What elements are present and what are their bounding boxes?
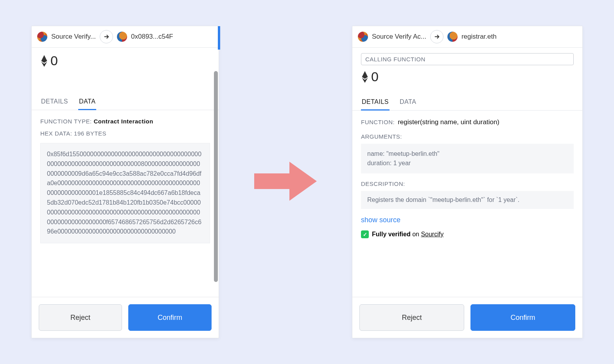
panel-footer: Reject Confirm (352, 297, 582, 338)
arrow-right-icon (100, 30, 113, 43)
scrollbar[interactable] (214, 71, 218, 282)
tab-details[interactable]: DETAILS (361, 95, 390, 111)
calling-function-chip: CALLING FUNCTION (361, 53, 574, 65)
confirm-button[interactable]: Confirm (470, 304, 575, 331)
transaction-panel-right: Source Verify Ac... registrar.eth CALLIN… (352, 26, 583, 338)
description-box: Registers the domain `"meetup-berlin.eth… (361, 191, 574, 209)
verified-strong: Fully verified (372, 231, 411, 237)
details-tab-content: FUNCTION: register(string name, uint dur… (352, 111, 582, 297)
arguments-label: ARGUMENTS: (361, 133, 574, 140)
arrow-right-icon (430, 30, 443, 43)
confirm-button[interactable]: Confirm (128, 304, 212, 331)
function-row: FUNCTION: register(string name, uint dur… (361, 118, 574, 126)
eth-value: 0 (371, 69, 379, 84)
function-type-value: Contract Interaction (93, 118, 153, 125)
target-avatar-icon (117, 32, 127, 42)
reject-button[interactable]: Reject (359, 304, 464, 331)
panel-footer: Reject Confirm (32, 297, 219, 338)
function-type-row: FUNCTION TYPE: Contract Interaction (40, 118, 210, 125)
eth-amount-row: 0 (32, 48, 219, 71)
verified-mid: on (411, 231, 421, 237)
panel-header: Source Verify Ac... registrar.eth (352, 26, 582, 48)
source-avatar-icon (37, 32, 47, 42)
target-label: registrar.eth (461, 33, 497, 41)
ethereum-icon (40, 55, 48, 67)
function-type-label: FUNCTION TYPE: (40, 118, 92, 125)
description-label: DESCRIPTION: (361, 180, 574, 187)
tab-bar: DETAILS DATA (32, 94, 219, 110)
tab-data[interactable]: DATA (78, 94, 96, 110)
eth-value: 0 (50, 53, 58, 68)
transition-arrow-icon (254, 160, 317, 204)
ethereum-icon (361, 71, 369, 83)
tab-details[interactable]: DETAILS (40, 94, 69, 110)
sourcify-link[interactable]: Sourcify (421, 231, 443, 237)
panel-header: Source Verify... 0x0893...c54F (32, 26, 219, 48)
source-label: Source Verify... (51, 33, 96, 41)
function-signature: register(string name, uint duration) (398, 118, 499, 126)
source-avatar-icon (358, 32, 368, 42)
reject-button[interactable]: Reject (39, 304, 122, 331)
blue-accent-bar (218, 26, 220, 50)
target-label: 0x0893...c54F (131, 33, 173, 41)
tab-bar: DETAILS DATA (352, 95, 582, 111)
function-label: FUNCTION: (361, 119, 395, 125)
eth-amount-row: 0 (352, 67, 582, 87)
target-avatar-icon (447, 32, 458, 42)
verified-text: Fully verified on Sourcify (372, 231, 443, 238)
source-label: Source Verify Ac... (372, 33, 426, 41)
checkmark-icon: ✓ (361, 230, 369, 238)
tab-data[interactable]: DATA (399, 95, 417, 110)
arguments-box: name: "meetup-berlin.eth" duration: 1 ye… (361, 144, 574, 173)
show-source-link[interactable]: show source (361, 216, 400, 224)
transaction-panel-left: Source Verify... 0x0893...c54F 0 DETAILS… (31, 26, 219, 338)
hex-data-label: HEX DATA: 196 BYTES (40, 130, 210, 137)
verification-status: ✓ Fully verified on Sourcify (361, 230, 574, 238)
hex-data-box: 0x85f6d155000000000000000000000000000000… (40, 143, 210, 243)
data-tab-content: FUNCTION TYPE: Contract Interaction HEX … (32, 110, 219, 297)
